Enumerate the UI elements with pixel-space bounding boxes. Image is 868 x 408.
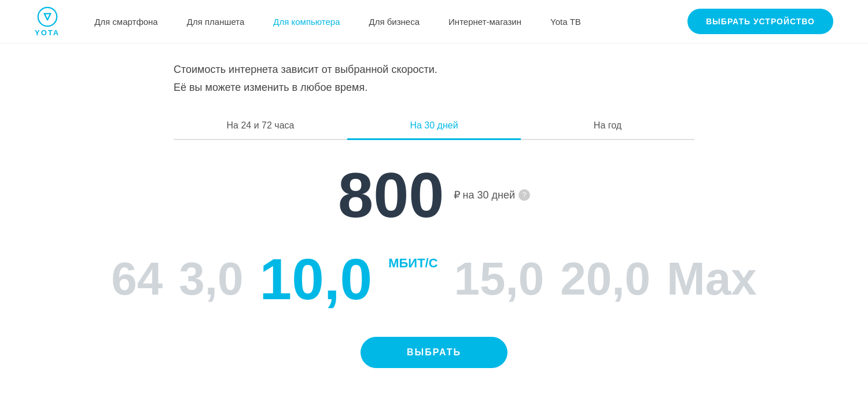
nav-item-shop[interactable]: Интернет-магазин	[448, 17, 521, 27]
tab-30-days[interactable]: На 30 дней	[347, 113, 521, 139]
tab-year[interactable]: На год	[521, 113, 694, 139]
nav-item-smartphone[interactable]: Для смартфона	[94, 17, 158, 27]
logo-text: YOTA	[35, 28, 60, 37]
speed-20[interactable]: 20,0	[560, 256, 650, 302]
speed-max[interactable]: Max	[667, 256, 757, 302]
nav-item-tablet[interactable]: Для планшета	[187, 17, 245, 27]
price-label: ₽ на 30 дней ?	[454, 189, 530, 201]
main-content: Стоимость интернета зависит от выбранной…	[0, 43, 868, 368]
subtitle: Стоимость интернета зависит от выбранной…	[174, 61, 694, 96]
nav-item-tv[interactable]: Yota ТВ	[550, 17, 581, 27]
svg-point-0	[38, 7, 56, 25]
speed-selector: 64 3,0 10,0 МБИТ/С 15,0 20,0 Max	[87, 250, 781, 308]
nav-item-computer[interactable]: Для компьютера	[273, 17, 340, 27]
subtitle-line2: Её вы можете изменить в любое время.	[174, 79, 694, 97]
main-nav: Для смартфона Для планшета Для компьютер…	[94, 17, 687, 27]
logo[interactable]: YOTA	[35, 6, 60, 37]
select-button[interactable]: ВЫБРАТЬ	[361, 337, 507, 368]
help-icon[interactable]: ?	[518, 189, 530, 201]
price-label-text: ₽ на 30 дней	[454, 189, 515, 201]
speed-15[interactable]: 15,0	[454, 256, 545, 302]
price-label-block: ₽ на 30 дней ?	[454, 189, 530, 201]
price-section: 800 ₽ на 30 дней ?	[338, 163, 530, 227]
nav-item-business[interactable]: Для бизнеса	[369, 17, 420, 27]
price-amount: 800	[338, 163, 444, 227]
speed-10[interactable]: 10,0	[260, 250, 373, 308]
speed-3[interactable]: 3,0	[179, 256, 243, 302]
tab-24-72[interactable]: На 24 и 72 часа	[174, 113, 347, 139]
header: YOTA Для смартфона Для планшета Для комп…	[0, 0, 868, 43]
period-tabs: На 24 и 72 часа На 30 дней На год	[174, 113, 694, 140]
subtitle-line1: Стоимость интернета зависит от выбранной…	[174, 61, 694, 79]
speed-64[interactable]: 64	[111, 256, 163, 302]
speed-unit: МБИТ/С	[388, 256, 437, 271]
choose-device-button[interactable]: ВЫБРАТЬ УСТРОЙСТВО	[687, 9, 833, 34]
